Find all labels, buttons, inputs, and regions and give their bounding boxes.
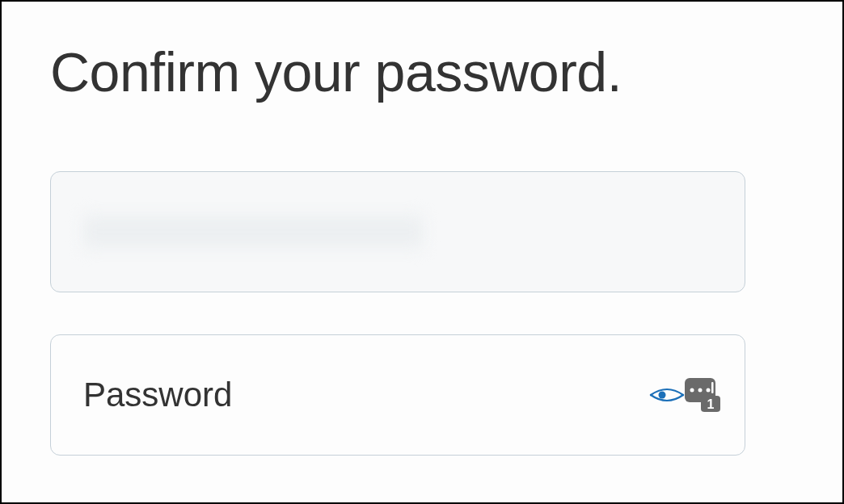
svg-point-4 xyxy=(707,388,711,392)
password-input[interactable] xyxy=(83,376,712,414)
svg-point-2 xyxy=(690,388,694,392)
svg-rect-5 xyxy=(711,382,714,393)
svg-point-0 xyxy=(659,391,666,398)
svg-text:1: 1 xyxy=(707,397,715,411)
svg-point-3 xyxy=(698,388,703,392)
password-icons-group: 1 xyxy=(649,376,722,414)
password-field-wrapper[interactable]: 1 xyxy=(50,334,745,456)
form-fields: 1 xyxy=(50,171,794,456)
confirm-password-dialog: Confirm your password. xyxy=(0,0,844,504)
email-redacted-content xyxy=(83,216,423,248)
password-manager-icon[interactable]: 1 xyxy=(682,376,722,414)
show-password-eye-icon[interactable] xyxy=(649,384,685,406)
page-title: Confirm your password. xyxy=(50,42,794,103)
email-field-wrapper[interactable] xyxy=(50,171,745,292)
